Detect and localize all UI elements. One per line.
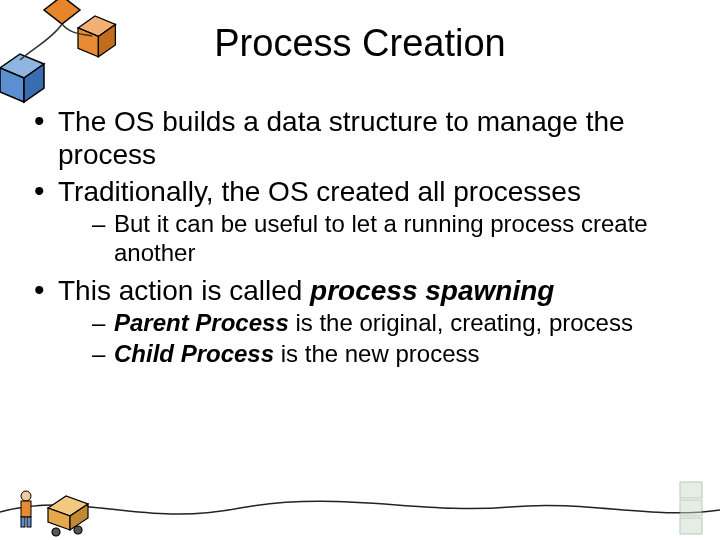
svg-marker-12 xyxy=(48,508,70,530)
bullet-3-sub-2-text: is the new process xyxy=(274,340,479,367)
bullet-3: This action is called process spawning P… xyxy=(30,274,690,369)
svg-point-7 xyxy=(21,491,31,501)
svg-rect-10 xyxy=(27,517,31,527)
bullet-2-sub-1-text: But it can be useful to let a running pr… xyxy=(114,210,648,266)
bullet-3-emph: process spawning xyxy=(310,275,554,306)
svg-rect-9 xyxy=(21,517,25,527)
bullet-1-text: The OS builds a data structure to manage… xyxy=(58,106,625,170)
bullet-3-prefix: This action is called xyxy=(58,275,310,306)
svg-rect-8 xyxy=(21,501,31,517)
bullet-2-sub-1: But it can be useful to let a running pr… xyxy=(58,210,690,268)
bullet-3-sub-2: Child Process is the new process xyxy=(58,340,690,369)
slide: Process Creation The OS builds a data st… xyxy=(0,0,720,540)
bullet-3-sub-1-term: Parent Process xyxy=(114,309,289,336)
bullet-2-text: Traditionally, the OS created all proces… xyxy=(58,176,581,207)
svg-rect-18 xyxy=(680,518,702,534)
svg-point-14 xyxy=(52,528,60,536)
svg-rect-16 xyxy=(680,482,702,498)
bullet-3-sub-1-text: is the original, creating, process xyxy=(289,309,633,336)
svg-rect-17 xyxy=(680,500,702,516)
bullet-1: The OS builds a data structure to manage… xyxy=(30,105,690,171)
bullet-2: Traditionally, the OS created all proces… xyxy=(30,175,690,268)
bullet-3-sub-2-term: Child Process xyxy=(114,340,274,367)
svg-marker-13 xyxy=(70,504,88,530)
bullet-3-sub-1: Parent Process is the original, creating… xyxy=(58,309,690,338)
slide-content: The OS builds a data structure to manage… xyxy=(30,105,690,368)
svg-marker-11 xyxy=(48,496,88,516)
svg-point-15 xyxy=(74,526,82,534)
figure-with-cart-icon xyxy=(0,460,720,540)
slide-title: Process Creation xyxy=(0,0,720,75)
